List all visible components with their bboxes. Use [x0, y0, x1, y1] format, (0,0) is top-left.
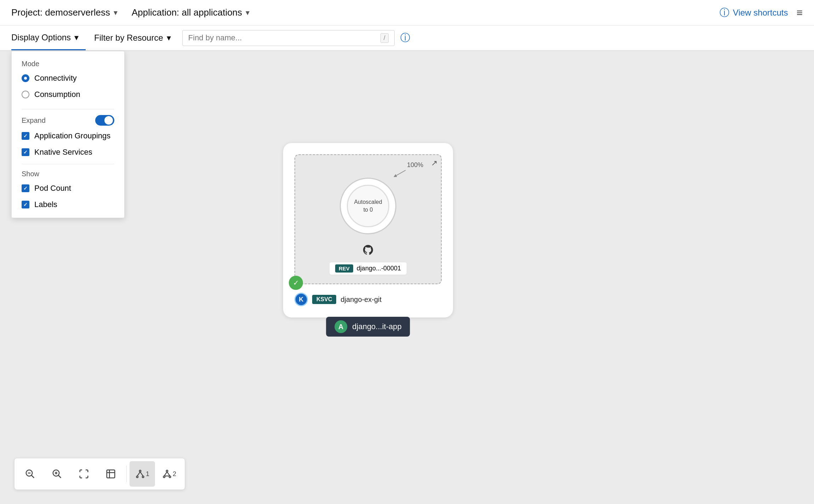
- consumption-label: Consumption: [34, 90, 80, 99]
- external-link-icon[interactable]: ↗: [431, 159, 437, 168]
- ksvc-name: django-ex-git: [340, 296, 382, 304]
- find-input-wrap: /: [182, 30, 395, 46]
- rev-tag: REV: [335, 264, 353, 273]
- pod-count-checkbox-box: [22, 184, 29, 192]
- app-groupings-checkbox[interactable]: Application Groupings: [22, 131, 114, 141]
- connectivity-radio-indicator: [22, 74, 29, 82]
- zoom-out-button[interactable]: [17, 461, 43, 487]
- connectivity-label: Connectivity: [34, 74, 77, 83]
- arrow-indicator: [391, 168, 409, 179]
- project-chevron-icon: ▾: [114, 8, 117, 17]
- app-groupings-label: Application Groupings: [34, 131, 110, 141]
- expand-toggle[interactable]: [95, 115, 114, 126]
- ksvc-row: K KSVC django-ex-git: [294, 293, 442, 306]
- divider-2: [22, 164, 114, 164]
- svg-line-19: [167, 472, 170, 476]
- revision-badge[interactable]: REV django...-00001: [329, 262, 407, 275]
- bottom-toolbar: 1 2: [14, 458, 185, 490]
- svg-point-9: [139, 470, 141, 472]
- find-input[interactable]: [188, 33, 377, 42]
- k-badge: K: [294, 293, 308, 306]
- display-options-button[interactable]: Display Options ▾: [11, 25, 86, 50]
- expand-checkbox-group: Application Groupings Knative Services: [22, 131, 114, 157]
- mode-section-title: Mode: [22, 60, 114, 68]
- show-checkbox-group: Pod Count Labels: [22, 184, 114, 209]
- view-shortcuts-label: View shortcuts: [733, 8, 788, 18]
- display-options-label: Display Options: [11, 33, 71, 42]
- project-selector[interactable]: Project: demoserverless ▾: [11, 7, 117, 18]
- svg-line-13: [140, 472, 143, 476]
- knative-label: Knative Services: [34, 148, 92, 157]
- filter-resource-button[interactable]: Filter by Resource ▾: [86, 25, 179, 50]
- topology2-button[interactable]: 2: [156, 461, 182, 487]
- app-label-badge[interactable]: A django...it-app: [326, 317, 410, 337]
- project-label: Project: demoserverless: [11, 7, 110, 18]
- topology1-button[interactable]: 1: [130, 461, 155, 487]
- node-inner: ↗ 100% Autoscaled to 0: [294, 154, 442, 284]
- display-options-panel: Mode Connectivity Consumption Expand App…: [11, 51, 125, 218]
- svg-line-18: [164, 472, 167, 476]
- pod-ring-outer: Autoscaled to 0: [340, 178, 396, 234]
- labels-label: Labels: [34, 200, 57, 209]
- svg-point-11: [142, 476, 144, 478]
- ksvc-tag: KSVC: [312, 295, 336, 304]
- topbar-left: Project: demoserverless ▾ Application: a…: [11, 7, 250, 18]
- topology2-label: 2: [173, 470, 176, 478]
- knative-checkbox[interactable]: Knative Services: [22, 148, 114, 157]
- pod-count-checkbox[interactable]: Pod Count: [22, 184, 114, 193]
- consumption-radio-indicator: [22, 91, 29, 98]
- app-chevron-icon: ▾: [246, 8, 250, 17]
- toolbar-divider: [126, 465, 127, 482]
- percent-label: 100%: [407, 161, 423, 169]
- help-circle-icon: ⓘ: [720, 6, 729, 19]
- svg-line-0: [395, 170, 406, 176]
- app-label: Application: all applications: [132, 7, 242, 18]
- labels-checkbox[interactable]: Labels: [22, 200, 114, 209]
- show-section-title: Show: [22, 170, 114, 178]
- divider-1: [22, 109, 114, 109]
- svg-line-7: [58, 475, 61, 478]
- display-options-chevron-icon: ▾: [74, 33, 79, 42]
- svg-line-3: [31, 475, 34, 478]
- labels-checkbox-box: [22, 201, 29, 208]
- svg-point-14: [166, 470, 168, 472]
- fullscreen-button[interactable]: [98, 461, 124, 487]
- fit-button[interactable]: [71, 461, 97, 487]
- topbar-right: ⓘ View shortcuts ≡: [720, 6, 803, 19]
- node-card: ↗ 100% Autoscaled to 0: [283, 143, 453, 317]
- toolbar: Display Options ▾ Filter by Resource ▾ /…: [0, 25, 814, 51]
- expand-section-title: Expand: [22, 116, 46, 125]
- mode-radio-group: Connectivity Consumption: [22, 74, 114, 99]
- pod-count-label: Pod Count: [34, 184, 71, 193]
- topology1-label: 1: [146, 470, 149, 478]
- zoom-in-button[interactable]: [44, 461, 70, 487]
- slash-badge: /: [380, 33, 389, 43]
- svg-rect-8: [107, 470, 115, 478]
- menu-icon[interactable]: ≡: [796, 7, 803, 19]
- svg-point-10: [136, 476, 138, 478]
- svg-line-12: [137, 472, 140, 476]
- topbar: Project: demoserverless ▾ Application: a…: [0, 0, 814, 25]
- check-badge: ✓: [289, 276, 303, 290]
- expand-row: Expand: [22, 115, 114, 126]
- filter-chevron-icon: ▾: [167, 33, 171, 43]
- connectivity-radio[interactable]: Connectivity: [22, 74, 114, 83]
- toggle-bg: [95, 115, 114, 126]
- view-shortcuts-link[interactable]: ⓘ View shortcuts: [720, 6, 788, 19]
- toggle-knob: [104, 116, 113, 125]
- pod-ring-inner: Autoscaled to 0: [347, 185, 389, 227]
- consumption-radio[interactable]: Consumption: [22, 90, 114, 99]
- k-letter: K: [299, 296, 304, 303]
- filter-resource-label: Filter by Resource: [94, 33, 163, 43]
- autoscaled-text: Autoscaled to 0: [354, 198, 382, 214]
- info-icon[interactable]: ⓘ: [400, 31, 410, 45]
- rev-name: django...-00001: [357, 265, 401, 272]
- github-icon: [362, 244, 374, 258]
- knative-checkbox-box: [22, 148, 29, 156]
- app-letter: A: [334, 320, 347, 333]
- app-name: django...it-app: [352, 322, 401, 331]
- app-groupings-checkbox-box: [22, 132, 29, 140]
- app-selector[interactable]: Application: all applications ▾: [132, 7, 250, 18]
